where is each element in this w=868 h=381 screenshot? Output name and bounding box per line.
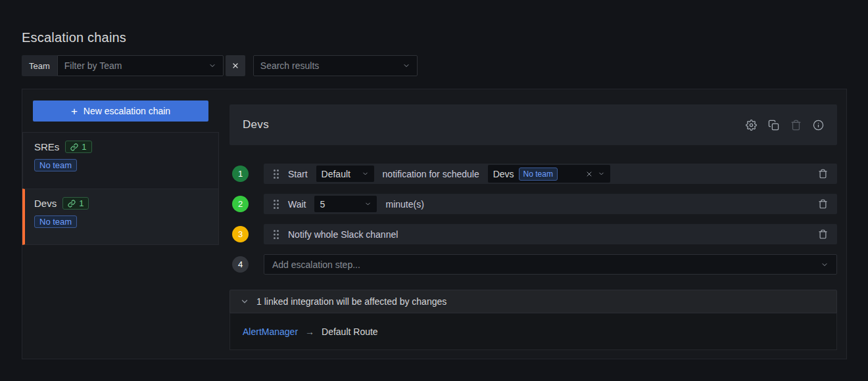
chain-name-row: Devs 1 (34, 197, 207, 210)
delete-chain-trash-icon[interactable] (790, 120, 802, 131)
step-number-badge: 3 (232, 226, 249, 242)
clear-team-filter-button[interactable] (226, 55, 245, 76)
chevron-down-icon (821, 261, 829, 269)
step-number-badge: 1 (232, 166, 249, 182)
drag-handle-icon[interactable] (273, 229, 279, 240)
step-row: Start Default notification for schedule … (264, 164, 837, 184)
close-icon (231, 62, 239, 70)
route-name: Default Route (322, 326, 378, 337)
plus-icon: + (71, 106, 78, 117)
search-placeholder: Search results (260, 60, 402, 71)
chain-name: SREs (34, 141, 59, 152)
step-text-before: Wait (288, 199, 306, 210)
linked-count-badge: 1 (65, 141, 91, 153)
filter-bar: Team Filter by Team Search results (22, 55, 418, 76)
team-badge: No team (34, 159, 77, 171)
team-filter-placeholder: Filter by Team (64, 60, 208, 71)
clear-schedule-icon[interactable] (585, 170, 593, 178)
copy-icon[interactable] (768, 120, 779, 131)
step-text-before: Start (288, 169, 308, 179)
search-results-select[interactable]: Search results (253, 55, 418, 76)
step-text-after: notification for schedule (383, 169, 479, 179)
selected-value: Default (322, 169, 350, 179)
chevron-down-icon (598, 170, 605, 177)
linked-integrations-summary: 1 linked integration will be affected by… (256, 296, 446, 307)
new-escalation-chain-button[interactable]: + New escalation chain (33, 101, 208, 122)
chain-detail-header: Devs (229, 104, 837, 145)
escalation-step-1: 1 Start Default notification for schedul… (229, 164, 837, 184)
step-text-after: minute(s) (385, 199, 423, 210)
team-badge: No team (34, 215, 77, 228)
add-escalation-step-line: 4 Add escalation step... (229, 254, 837, 275)
page-title: Escalation chains (22, 30, 126, 45)
chain-name-row: SREs 1 (34, 141, 207, 153)
chains-sidebar: + New escalation chain SREs 1 No team De… (22, 89, 219, 359)
chain-title: Devs (243, 118, 269, 131)
step-row: Wait 5 minute(s) (264, 194, 837, 214)
linked-count: 1 (82, 142, 86, 152)
team-filter-select[interactable]: Filter by Team (57, 55, 224, 76)
chain-detail: Devs 1 (229, 104, 837, 350)
sidebar-item-sres[interactable]: SREs 1 No team (22, 132, 219, 189)
linked-integrations-toggle[interactable]: 1 linked integration will be affected by… (229, 290, 837, 313)
chain-actions (746, 120, 824, 131)
sidebar-item-devs[interactable]: Devs 1 No team (22, 189, 219, 245)
add-escalation-step-select[interactable]: Add escalation step... (264, 254, 837, 275)
schedule-value: Devs (493, 169, 514, 179)
schedule-team-badge: No team (519, 168, 558, 181)
step-number-badge: 2 (232, 196, 249, 212)
chevron-down-icon (402, 62, 410, 70)
integration-link[interactable]: AlertManager (243, 326, 298, 337)
selected-value: 5 (320, 199, 325, 210)
add-step-placeholder: Add escalation step... (272, 259, 821, 270)
linked-integrations-box: 1 linked integration will be affected by… (229, 290, 837, 350)
delete-step-trash-icon[interactable] (818, 169, 828, 179)
step-label: Notify whole Slack channel (288, 229, 398, 240)
chain-name: Devs (34, 198, 57, 209)
notification-type-select[interactable]: Default (316, 166, 374, 182)
wait-minutes-select[interactable]: 5 (314, 196, 377, 212)
link-icon (70, 143, 78, 151)
arrow-right-icon: → (305, 326, 314, 337)
delete-step-trash-icon[interactable] (818, 229, 828, 239)
escalation-chains-panel: + New escalation chain SREs 1 No team De… (22, 89, 847, 359)
chevron-down-icon (240, 297, 249, 306)
new-escalation-chain-label: New escalation chain (84, 106, 170, 116)
step-row: Notify whole Slack channel (264, 224, 837, 244)
schedule-select[interactable]: Devs No team (488, 165, 610, 183)
drag-handle-icon[interactable] (273, 169, 279, 179)
chevron-down-icon (364, 200, 372, 208)
delete-step-trash-icon[interactable] (818, 199, 828, 209)
escalation-steps: 1 Start Default notification for schedul… (229, 164, 837, 275)
linked-count: 1 (79, 198, 84, 208)
chevron-down-icon (208, 62, 216, 70)
drag-handle-icon[interactable] (273, 199, 279, 210)
team-filter-label: Team (22, 55, 57, 76)
step-number-badge: 4 (232, 256, 249, 273)
chevron-down-icon (362, 170, 369, 177)
link-icon (68, 200, 76, 208)
settings-gear-icon[interactable] (746, 120, 757, 131)
escalation-step-3: 3 Notify whole Slack channel (229, 224, 837, 244)
escalation-step-2: 2 Wait 5 minute(s) (229, 194, 837, 214)
linked-integration-row: AlertManager → Default Route (229, 313, 837, 350)
linked-count-badge: 1 (62, 197, 89, 210)
info-icon[interactable] (813, 120, 824, 131)
